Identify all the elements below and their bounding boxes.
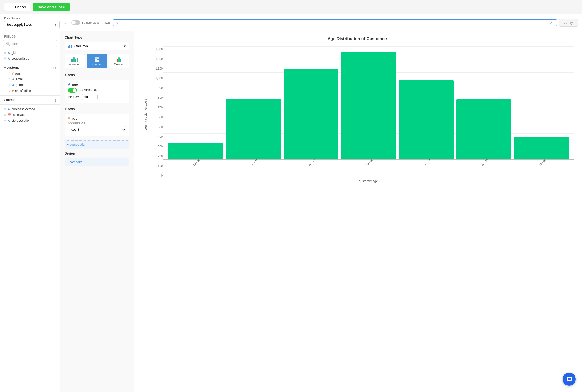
field-label-gender: gender <box>16 83 25 87</box>
filter-input[interactable] <box>120 21 548 25</box>
svg-rect-0 <box>68 46 69 48</box>
field-item-gender[interactable]: ⠿ A gender <box>0 82 60 88</box>
drag-handle-saleDate: ⠿ <box>4 114 6 116</box>
field-item-age[interactable]: ⠿ # age <box>0 71 60 76</box>
x-label-col-1020: 10 - 20 <box>168 161 223 164</box>
field-label-saleDate: saleDate <box>13 113 25 117</box>
chart-container: count ( customer.age ) 1,300 1,200 1,100… <box>142 46 574 183</box>
toggle-knob <box>72 21 76 24</box>
add-aggregation-button[interactable]: + aggregation <box>65 140 129 149</box>
datasource-select[interactable]: test.supplySales ▼ <box>4 21 60 28</box>
svg-rect-2 <box>71 45 72 48</box>
chart-title: Age Distribution of Customers <box>142 36 574 41</box>
datasource-dropdown[interactable]: test.supplySales <box>4 21 52 28</box>
binning-toggle-knob <box>73 88 76 92</box>
field-item-saleDate[interactable]: ⠿ 📅 saleDate <box>0 112 60 118</box>
caret-icon-items: › <box>4 99 5 102</box>
x-label-col-5060: 50 - 60 <box>399 161 454 164</box>
field-item-storeLocation[interactable]: ⠿ A storeLocation <box>0 118 60 124</box>
y-tick-300: 300 <box>151 145 163 148</box>
filters-label: Filters <box>103 21 111 24</box>
bar-col-1020 <box>168 46 223 159</box>
sample-mode-toggle[interactable] <box>71 20 80 25</box>
y-tick-400: 400 <box>151 135 163 138</box>
group-label-items: items <box>6 98 14 102</box>
field-item-satisfaction[interactable]: ⠿ # satisfaction <box>0 88 60 94</box>
save-close-button[interactable]: Save and Close <box>33 3 70 11</box>
colored-icon <box>117 56 121 62</box>
chart-type-dropdown[interactable]: Column <box>74 44 121 48</box>
svg-rect-1 <box>69 45 70 48</box>
y-axis-field: # age <box>68 116 126 120</box>
divider-2 <box>0 95 60 96</box>
apply-button[interactable]: Apply <box>559 19 578 27</box>
datasource-dropdown-arrow: ▼ <box>52 21 59 28</box>
variant-colored-button[interactable]: Colored <box>109 54 129 68</box>
bars-container <box>163 46 574 159</box>
search-icon: 🔍 <box>6 42 10 46</box>
field-label-satisfaction: satisfaction <box>15 89 31 93</box>
bar-4050 <box>341 52 396 159</box>
y-tick-0: 0 <box>151 174 163 177</box>
y-tick-1300: 1,300 <box>151 47 163 51</box>
drag-handle-gender: ⠿ <box>8 84 10 87</box>
y-field-name: age <box>71 116 77 120</box>
field-item-email[interactable]: ⠿ A email <box>0 76 60 82</box>
plot-canvas <box>163 46 574 160</box>
colored-label: Colored <box>114 63 124 66</box>
chart-config-panel: Chart Type Column ▼ Grouped <box>60 31 134 392</box>
stacked-label: Stacked <box>92 63 102 66</box>
y-tick-1100: 1,100 <box>151 67 163 70</box>
drag-handle: ⠿ <box>4 51 6 54</box>
field-label-couponUsed: couponUsed <box>12 57 29 60</box>
group-label-customer: customer <box>7 66 21 70</box>
y-tick-1000: 1,000 <box>151 77 163 80</box>
aggregate-select[interactable]: count sum avg min max <box>68 126 126 133</box>
binning-toggle[interactable] <box>68 88 77 93</box>
bar-5060 <box>399 80 454 159</box>
x-labels-row: 10 - 20 20 - 30 30 - 40 40 - 50 50 - 60 <box>163 161 574 174</box>
group-bracket-items: [ ] <box>54 98 56 102</box>
drag-handle: ⠿ <box>4 57 6 60</box>
variant-grouped-button[interactable]: Grouped <box>65 54 85 68</box>
field-type-icon-purchaseMethod: A <box>8 108 10 111</box>
chart-type-selector[interactable]: Column ▼ <box>65 42 129 50</box>
divider <box>0 63 60 63</box>
add-category-button[interactable]: + category <box>65 158 129 166</box>
cancel-button[interactable]: ‹ ← Cancel <box>4 3 30 11</box>
chevron-right-icon: » <box>64 20 67 25</box>
field-group-items[interactable]: › items [ ] <box>0 97 60 103</box>
configbar: Data Source test.supplySales ▼ » Sample … <box>0 14 582 31</box>
x-axis-title: customer.age <box>163 179 574 183</box>
field-type-icon-email: A <box>12 78 14 81</box>
fields-search-input[interactable] <box>12 42 54 46</box>
main-layout: FIELDS 🔍 ⠿ A _id ⠿ A couponUsed ▾ custom… <box>0 31 582 392</box>
bar-col-3040 <box>284 46 338 159</box>
bar-col-5060 <box>399 46 454 159</box>
x-field-type-icon: A <box>68 82 70 86</box>
field-item-id[interactable]: ⠿ A _id <box>0 50 60 56</box>
chat-button[interactable] <box>563 373 576 386</box>
x-axis-field: A age <box>68 82 126 86</box>
y-tick-900: 900 <box>151 86 163 89</box>
y-axis-box: # age AGGREGATE count sum avg min max <box>65 114 129 136</box>
field-item-purchaseMethod[interactable]: ⠿ A purchaseMethod <box>0 106 60 112</box>
bar-col-2030 <box>226 46 281 159</box>
binning-row: BINNING ON <box>68 88 126 93</box>
bar-col-4050 <box>341 46 396 159</box>
field-label-purchaseMethod: purchaseMethod <box>12 107 35 111</box>
field-type-icon-saleDate: 📅 <box>8 113 12 117</box>
variant-stacked-button[interactable]: Stacked <box>87 54 107 68</box>
drag-handle-purchaseMethod: ⠿ <box>4 108 6 111</box>
chart-type-label: Chart Type <box>65 35 129 39</box>
fields-title: FIELDS <box>0 35 60 40</box>
stacked-icon <box>95 56 99 62</box>
field-label-storeLocation: storeLocation <box>12 119 30 123</box>
filter-clear-button[interactable]: ✕ <box>548 21 554 25</box>
drag-handle-age: ⠿ <box>8 72 10 75</box>
field-group-customer[interactable]: ▾ customer { } <box>0 65 60 71</box>
y-axis-numbers: 1,300 1,200 1,100 1,000 900 800 700 600 … <box>151 46 163 183</box>
drag-handle-storeLocation: ⠿ <box>4 119 6 122</box>
field-item-couponUsed[interactable]: ⠿ A couponUsed <box>0 56 60 61</box>
binsize-input[interactable] <box>82 94 98 100</box>
